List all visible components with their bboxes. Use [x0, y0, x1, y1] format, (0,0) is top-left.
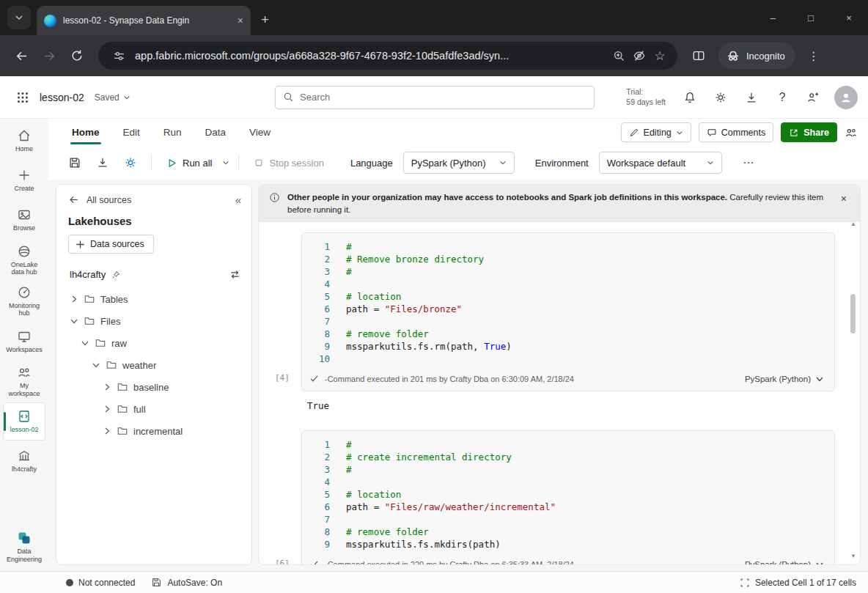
export-download-icon — [96, 156, 109, 169]
code-line: 7 — [308, 315, 825, 328]
rail-item-my-workspace[interactable]: My workspace — [3, 361, 45, 401]
tab-home[interactable]: Home — [63, 119, 108, 146]
check-icon — [309, 374, 319, 383]
save-icon — [68, 156, 81, 169]
collapse-pane-icon[interactable]: « — [235, 194, 241, 206]
notifications-button[interactable] — [676, 84, 704, 111]
pencil-icon — [629, 128, 639, 138]
window-minimize-button[interactable]: – — [754, 0, 792, 35]
help-button[interactable]: ? — [768, 84, 796, 111]
rail-item-onelake-data-hub[interactable]: OneLake data hub — [3, 240, 45, 280]
refresh-button[interactable] — [65, 43, 89, 68]
all-sources-link[interactable]: All sources — [87, 195, 131, 205]
tree-item-baseline[interactable]: baseline — [56, 376, 251, 398]
session-settings-button[interactable] — [119, 151, 142, 174]
rail-item-home[interactable]: Home — [3, 122, 45, 160]
status-bar: Not connected AutoSave: On Selected Cell… — [0, 571, 868, 593]
code-line: 4 — [308, 476, 825, 488]
workspaces-icon — [17, 329, 32, 344]
banner-close-icon[interactable]: × — [838, 191, 850, 206]
monitoring-icon — [17, 285, 32, 300]
tracking-prevention-eye-icon[interactable] — [629, 45, 650, 66]
onelake-icon — [17, 244, 32, 259]
tab-edit[interactable]: Edit — [114, 119, 149, 146]
window-maximize-button[interactable]: □ — [792, 0, 830, 35]
rail-item-lesson-02[interactable]: lesson-02 — [3, 402, 45, 441]
environment-label: Environment — [535, 158, 589, 169]
cell-footer: -Command executed in 201 ms by Crafty Db… — [308, 371, 825, 388]
scrollbar-thumb[interactable] — [850, 294, 856, 334]
back-button[interactable] — [9, 43, 34, 68]
tree-item-full[interactable]: full — [56, 398, 251, 420]
tree-item-raw[interactable]: raw — [56, 332, 251, 354]
run-all-chevron-icon[interactable] — [222, 159, 229, 166]
cell-kernel-dropdown[interactable]: PySpark (Python) — [745, 560, 824, 564]
code-cell-editor[interactable]: 1#2# Remove bronze directory3#45# locati… — [301, 232, 835, 391]
site-permissions-icon[interactable] — [108, 45, 129, 66]
collaborators-icon[interactable] — [845, 126, 858, 139]
save-state-dropdown[interactable]: Saved — [95, 92, 130, 103]
more-options-button[interactable]: ⋯ — [737, 151, 760, 174]
tree-item-files[interactable]: Files — [56, 310, 251, 332]
rail-item-create[interactable]: Create — [3, 161, 45, 199]
settings-button[interactable] — [707, 84, 735, 111]
scroll-up-icon[interactable]: ▲ — [850, 218, 856, 229]
scroll-down-icon[interactable]: ▼ — [850, 550, 856, 561]
code-cell-editor[interactable]: 1#2# create incremental directory3#45# l… — [301, 430, 835, 564]
export-button[interactable] — [91, 151, 114, 174]
autosave-icon — [151, 577, 162, 588]
waffle-menu-button[interactable] — [6, 81, 40, 114]
tab-view[interactable]: View — [240, 119, 279, 146]
pin-icon[interactable] — [111, 270, 121, 280]
stop-session-button[interactable]: Stop session — [248, 151, 329, 174]
data-engineering-icon — [17, 531, 32, 545]
feedback-button[interactable] — [799, 84, 827, 111]
plus-icon — [76, 240, 85, 249]
share-button[interactable]: Share — [781, 122, 837, 142]
rail-item-monitoring-hub[interactable]: Monitoring hub — [3, 281, 45, 321]
lakehouse-item[interactable]: lh4crafty — [56, 264, 251, 288]
tab-close-icon[interactable]: × — [238, 15, 243, 26]
tab-run[interactable]: Run — [155, 119, 191, 146]
zoom-icon[interactable] — [608, 45, 629, 66]
window-close-button[interactable]: × — [830, 0, 868, 35]
rail-item-browse[interactable]: Browse — [3, 201, 45, 239]
run-all-button[interactable]: Run all — [161, 151, 218, 174]
back-arrow-icon[interactable] — [68, 194, 79, 205]
execution-count: [6] — [275, 559, 290, 564]
browser-menu-button[interactable]: ⋮ — [803, 49, 825, 63]
download-app-button[interactable] — [738, 84, 765, 111]
tree-item-incremental[interactable]: incremental — [56, 420, 251, 442]
search-input[interactable] — [300, 92, 586, 103]
forward-button[interactable] — [37, 43, 62, 68]
global-search[interactable] — [275, 86, 595, 109]
tab-data[interactable]: Data — [196, 119, 235, 146]
rail-item-workspaces[interactable]: Workspaces — [3, 322, 45, 360]
tree-item-tables[interactable]: Tables — [56, 288, 251, 310]
language-label: Language — [350, 158, 393, 169]
scrollbar-track[interactable] — [848, 229, 858, 550]
split-screen-button[interactable] — [686, 43, 711, 68]
browser-tab[interactable]: lesson-02 - Synapse Data Engin × — [37, 6, 251, 35]
language-dropdown[interactable]: PySpark (Python) — [403, 152, 515, 174]
switch-lakehouse-icon[interactable] — [229, 268, 241, 281]
save-button[interactable] — [63, 151, 87, 174]
avatar[interactable] — [834, 86, 858, 109]
incognito-label: Incognito — [746, 51, 785, 62]
new-tab-button[interactable]: + — [251, 12, 279, 35]
tree-item-weather[interactable]: weather — [56, 354, 251, 376]
address-bar[interactable]: ☆ — [98, 42, 677, 70]
rail-item-lh4crafty[interactable]: lh4crafty — [3, 442, 45, 480]
editing-mode-dropdown[interactable]: Editing — [621, 122, 691, 142]
add-data-sources-button[interactable]: Data sources — [68, 235, 154, 254]
url-input[interactable] — [135, 50, 603, 62]
environment-dropdown[interactable]: Workspace default — [599, 152, 722, 174]
comments-button[interactable]: Comments — [699, 122, 773, 142]
lakehouse-icon — [17, 449, 32, 463]
cell-kernel-dropdown[interactable]: PySpark (Python) — [745, 375, 824, 383]
autosave-status[interactable]: AutoSave: On — [151, 577, 222, 588]
favorite-star-icon[interactable]: ☆ — [650, 45, 670, 66]
rail-item-data-engineering[interactable]: Data Engineering — [3, 527, 45, 567]
cell-status: -Command executed in 201 ms by Crafty Db… — [325, 375, 739, 383]
tab-search-button[interactable] — [7, 6, 31, 29]
